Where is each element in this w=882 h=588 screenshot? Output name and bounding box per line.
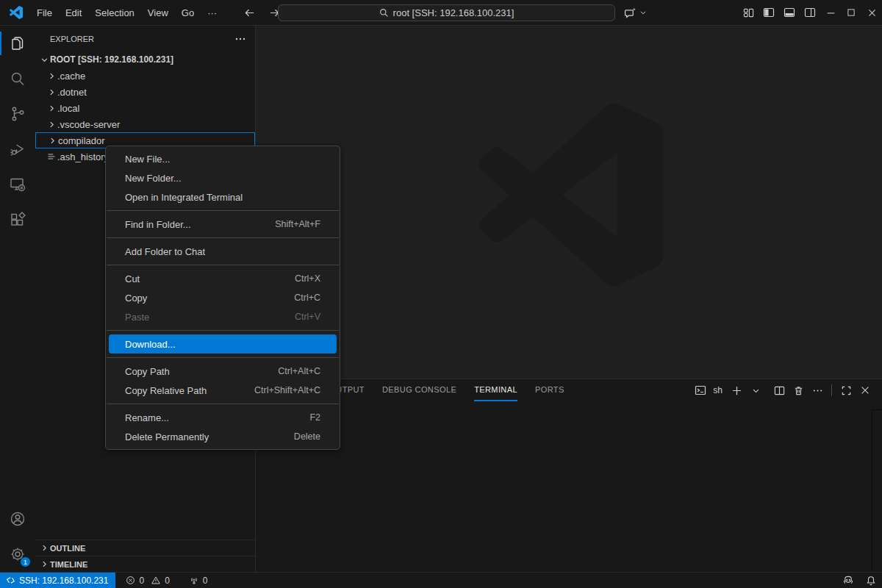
tree-item-vscode-server[interactable]: .vscode-server bbox=[35, 116, 255, 132]
bottom-panel: PROBLEMS OUTPUT DEBUG CONSOLE TERMINAL P… bbox=[256, 379, 882, 572]
tree-root-folder[interactable]: ROOT [SSH: 192.168.100.231] bbox=[35, 51, 255, 68]
tab-ports[interactable]: PORTS bbox=[535, 380, 564, 401]
remote-label: SSH: 192.168.100.231 bbox=[19, 576, 108, 586]
command-center-search[interactable]: root [SSH: 192.168.100.231] bbox=[278, 4, 615, 21]
copilot-chat-icon bbox=[624, 7, 637, 19]
chevron-right-icon bbox=[46, 118, 57, 130]
status-bar: SSH: 192.168.100.231 0 0 0 bbox=[0, 572, 882, 588]
minimize-icon[interactable] bbox=[820, 0, 841, 25]
warning-icon bbox=[151, 576, 161, 585]
tree-item-dotnet[interactable]: .dotnet bbox=[35, 84, 255, 100]
vscode-logo bbox=[10, 6, 23, 19]
menu-separator bbox=[107, 265, 339, 265]
remote-indicator[interactable]: SSH: 192.168.100.231 bbox=[0, 573, 115, 588]
vscode-watermark-logo bbox=[479, 103, 663, 287]
error-count: 0 bbox=[139, 576, 144, 586]
menu-item-new-file[interactable]: New File... bbox=[109, 149, 337, 168]
menu-separator bbox=[107, 210, 339, 211]
accounts-icon[interactable] bbox=[0, 501, 35, 537]
launch-profile-chevron-icon[interactable] bbox=[747, 382, 764, 398]
menu-file[interactable]: File bbox=[30, 4, 59, 21]
maximize-panel-icon[interactable] bbox=[838, 382, 854, 398]
settings-badge: 1 bbox=[20, 556, 31, 567]
menu-item-copy-path[interactable]: Copy Path Ctrl+Alt+C bbox=[109, 362, 337, 381]
menu-item-copy[interactable]: Copy Ctrl+C bbox=[109, 288, 337, 307]
close-panel-icon[interactable] bbox=[857, 382, 873, 398]
back-arrow-icon[interactable] bbox=[241, 4, 257, 21]
menu-item-cut[interactable]: Cut Ctrl+X bbox=[109, 269, 337, 288]
kill-terminal-icon[interactable] bbox=[790, 382, 806, 398]
copilot-chat-button[interactable] bbox=[621, 4, 650, 21]
menu-item-add-folder-to-chat[interactable]: Add Folder to Chat bbox=[109, 242, 337, 261]
explorer-icon[interactable] bbox=[0, 26, 35, 61]
chevron-right-icon bbox=[46, 135, 58, 146]
bell-icon bbox=[866, 576, 876, 586]
ports-status[interactable]: 0 bbox=[183, 573, 214, 588]
menu-item-rename[interactable]: Rename... F2 bbox=[109, 408, 337, 427]
editor-area: PROBLEMS OUTPUT DEBUG CONSOLE TERMINAL P… bbox=[256, 26, 882, 572]
chevron-right-icon bbox=[46, 70, 57, 82]
explorer-context-menu: New File... New Folder... Open in Integr… bbox=[105, 146, 340, 450]
tab-debug-console[interactable]: DEBUG CONSOLE bbox=[382, 380, 456, 401]
menu-item-open-integrated-terminal[interactable]: Open in Integrated Terminal bbox=[109, 187, 337, 207]
tree-item-local[interactable]: .local bbox=[35, 100, 255, 116]
radio-tower-icon bbox=[189, 576, 199, 585]
split-terminal-icon[interactable] bbox=[771, 382, 787, 398]
menu-item-copy-relative-path[interactable]: Copy Relative Path Ctrl+Shift+Alt+C bbox=[109, 381, 337, 400]
remote-icon bbox=[6, 576, 15, 585]
panel-actions-divider bbox=[831, 384, 832, 396]
source-control-icon[interactable] bbox=[0, 96, 35, 132]
warning-count: 0 bbox=[165, 576, 170, 586]
menu-separator bbox=[107, 237, 339, 238]
chevron-right-icon bbox=[38, 559, 50, 570]
menu-item-delete-permanently[interactable]: Delete Permanently Delete bbox=[109, 427, 337, 446]
remote-explorer-icon[interactable] bbox=[0, 167, 35, 202]
maximize-icon[interactable] bbox=[841, 0, 861, 25]
menu-selection[interactable]: Selection bbox=[88, 4, 140, 21]
menubar: File Edit Selection View Go ··· bbox=[30, 4, 223, 21]
search-icon[interactable] bbox=[0, 61, 35, 96]
chevron-right-icon bbox=[46, 102, 57, 114]
toggle-secondary-sidebar-icon[interactable] bbox=[800, 0, 820, 25]
new-terminal-icon[interactable] bbox=[728, 382, 745, 398]
menu-item-find-in-folder[interactable]: Find in Folder... Shift+Alt+F bbox=[109, 215, 337, 234]
menu-item-download[interactable]: Download... bbox=[109, 334, 337, 354]
copilot-status[interactable] bbox=[836, 573, 860, 588]
menu-item-new-folder[interactable]: New Folder... bbox=[109, 168, 337, 187]
chevron-down-icon bbox=[38, 54, 50, 65]
close-icon[interactable] bbox=[861, 0, 882, 25]
terminal-scrollbar-gutter[interactable] bbox=[872, 409, 882, 573]
problems-status[interactable]: 0 0 bbox=[120, 573, 175, 588]
menu-separator bbox=[107, 330, 339, 331]
outline-section[interactable]: OUTLINE bbox=[35, 539, 255, 556]
settings-gear-icon[interactable]: 1 bbox=[0, 537, 35, 572]
copilot-icon bbox=[842, 575, 854, 586]
menu-edit[interactable]: Edit bbox=[59, 4, 88, 21]
menu-item-paste: Paste Ctrl+V bbox=[109, 307, 337, 326]
menu-view[interactable]: View bbox=[141, 4, 175, 21]
chevron-right-icon bbox=[38, 542, 50, 554]
activity-bar: 1 bbox=[0, 26, 35, 572]
menu-go[interactable]: Go bbox=[175, 4, 201, 21]
chevron-down-icon bbox=[639, 9, 647, 16]
more-actions-icon[interactable] bbox=[809, 382, 825, 398]
run-and-debug-icon[interactable] bbox=[0, 132, 35, 167]
command-center-label: root [SSH: 192.168.100.231] bbox=[393, 7, 514, 18]
toggle-primary-sidebar-icon[interactable] bbox=[759, 0, 779, 25]
shell-label: sh bbox=[713, 385, 723, 395]
timeline-section[interactable]: TIMELINE bbox=[35, 556, 255, 572]
menu-more[interactable]: ··· bbox=[201, 4, 223, 21]
tree-item-cache[interactable]: .cache bbox=[35, 68, 255, 84]
explorer-title: EXPLORER bbox=[50, 35, 94, 43]
tab-terminal[interactable]: TERMINAL bbox=[474, 380, 517, 401]
notifications-bell[interactable] bbox=[860, 573, 882, 588]
extensions-icon[interactable] bbox=[0, 202, 35, 237]
text-file-icon bbox=[46, 151, 57, 162]
error-icon bbox=[126, 576, 135, 585]
menu-separator bbox=[107, 357, 339, 358]
toggle-panel-icon[interactable] bbox=[779, 0, 800, 25]
chevron-right-icon bbox=[46, 86, 57, 98]
explorer-more-actions-icon[interactable] bbox=[234, 33, 246, 45]
ports-count: 0 bbox=[203, 576, 208, 586]
customize-layout-icon[interactable] bbox=[738, 0, 759, 25]
